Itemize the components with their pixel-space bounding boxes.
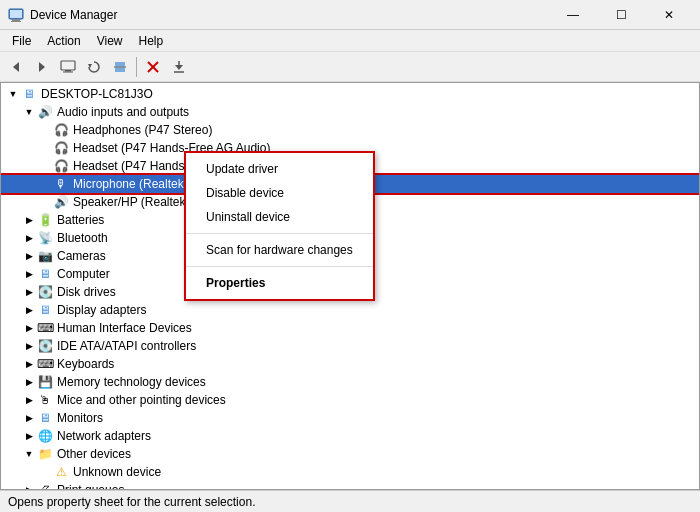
expand-network[interactable]: ▶ — [21, 428, 37, 444]
expand-disk[interactable]: ▶ — [21, 284, 37, 300]
mice-icon: 🖱 — [37, 392, 53, 408]
tree-mice[interactable]: ▶ 🖱 Mice and other pointing devices — [1, 391, 699, 409]
tree-headphones[interactable]: 🎧 Headphones (P47 Stereo) — [1, 121, 699, 139]
tree-memory[interactable]: ▶ 💾 Memory technology devices — [1, 373, 699, 391]
context-menu: Update driver Disable device Uninstall d… — [184, 151, 375, 301]
maximize-button[interactable]: ☐ — [598, 0, 644, 30]
monitors-icon: 🖥 — [37, 410, 53, 426]
other-devices-label: Other devices — [57, 447, 131, 461]
expand-ide[interactable]: ▶ — [21, 338, 37, 354]
menu-bar: File Action View Help — [0, 30, 700, 52]
close-button[interactable]: ✕ — [646, 0, 692, 30]
context-sep-2 — [186, 266, 373, 267]
expand-monitors[interactable]: ▶ — [21, 410, 37, 426]
microphone-icon: 🎙 — [53, 176, 69, 192]
context-disable-device[interactable]: Disable device — [186, 181, 373, 205]
expand-computer[interactable]: ▶ — [21, 266, 37, 282]
toolbar-scan[interactable] — [108, 55, 132, 79]
tree-unknown-device[interactable]: ⚠ Unknown device — [1, 463, 699, 481]
other-devices-icon: 📁 — [37, 446, 53, 462]
memory-label: Memory technology devices — [57, 375, 206, 389]
computer-icon: 🖥 — [21, 86, 37, 102]
context-properties[interactable]: Properties — [186, 271, 373, 295]
svg-rect-1 — [12, 19, 20, 21]
tree-print[interactable]: ▶ 🖨 Print queues — [1, 481, 699, 489]
expand-mice[interactable]: ▶ — [21, 392, 37, 408]
unknown-label: Unknown device — [73, 465, 161, 479]
menu-help[interactable]: Help — [131, 32, 172, 50]
expand-print[interactable]: ▶ — [21, 482, 37, 489]
expand-headset-1 — [37, 140, 53, 156]
expand-root[interactable]: ▼ — [5, 86, 21, 102]
tree-audio-group[interactable]: ▼ 🔊 Audio inputs and outputs — [1, 103, 699, 121]
audio-group-label: Audio inputs and outputs — [57, 105, 189, 119]
title-bar: Device Manager — ☐ ✕ — [0, 0, 700, 30]
speaker-icon: 🔊 — [53, 194, 69, 210]
tree-monitors[interactable]: ▶ 🖥 Monitors — [1, 409, 699, 427]
tree-root[interactable]: ▼ 🖥 DESKTOP-LC81J3O — [1, 85, 699, 103]
keyboards-icon: ⌨ — [37, 356, 53, 372]
unknown-icon: ⚠ — [53, 464, 69, 480]
ide-label: IDE ATA/ATAPI controllers — [57, 339, 196, 353]
print-icon: 🖨 — [37, 482, 53, 489]
svg-rect-2 — [11, 21, 21, 22]
tree-other-devices[interactable]: ▼ 📁 Other devices — [1, 445, 699, 463]
microphone-label: Microphone (Realtek — [73, 177, 184, 191]
headphones-icon: 🎧 — [53, 122, 69, 138]
menu-file[interactable]: File — [4, 32, 39, 50]
expand-memory[interactable]: ▶ — [21, 374, 37, 390]
menu-view[interactable]: View — [89, 32, 131, 50]
expand-hid[interactable]: ▶ — [21, 320, 37, 336]
toolbar-separator — [136, 57, 137, 77]
toolbar-forward[interactable] — [30, 55, 54, 79]
root-label: DESKTOP-LC81J3O — [41, 87, 153, 101]
context-uninstall-device[interactable]: Uninstall device — [186, 205, 373, 229]
mice-label: Mice and other pointing devices — [57, 393, 226, 407]
toolbar-update[interactable] — [82, 55, 106, 79]
expand-other[interactable]: ▼ — [21, 446, 37, 462]
expand-headphones — [37, 122, 53, 138]
tree-network[interactable]: ▶ 🌐 Network adapters — [1, 427, 699, 445]
menu-action[interactable]: Action — [39, 32, 88, 50]
hid-label: Human Interface Devices — [57, 321, 192, 335]
app-icon — [8, 7, 24, 23]
display-label: Display adapters — [57, 303, 146, 317]
context-scan-hardware[interactable]: Scan for hardware changes — [186, 238, 373, 262]
expand-display[interactable]: ▶ — [21, 302, 37, 318]
toolbar-back[interactable] — [4, 55, 28, 79]
svg-marker-4 — [13, 62, 19, 72]
computer-label: Computer — [57, 267, 110, 281]
display-icon: 🖥 — [37, 302, 53, 318]
expand-keyboards[interactable]: ▶ — [21, 356, 37, 372]
memory-icon: 💾 — [37, 374, 53, 390]
expand-speaker — [37, 194, 53, 210]
expand-bluetooth[interactable]: ▶ — [21, 230, 37, 246]
tree-ide[interactable]: ▶ 💽 IDE ATA/ATAPI controllers — [1, 337, 699, 355]
toolbar-remove[interactable] — [141, 55, 165, 79]
ide-icon: 💽 — [37, 338, 53, 354]
expand-batteries[interactable]: ▶ — [21, 212, 37, 228]
context-sep-1 — [186, 233, 373, 234]
network-icon: 🌐 — [37, 428, 53, 444]
status-bar: Opens property sheet for the current sel… — [0, 490, 700, 512]
hid-icon: ⌨ — [37, 320, 53, 336]
tree-hid[interactable]: ▶ ⌨ Human Interface Devices — [1, 319, 699, 337]
toolbar-download[interactable] — [167, 55, 191, 79]
window-title: Device Manager — [30, 8, 550, 22]
batteries-label: Batteries — [57, 213, 104, 227]
svg-marker-5 — [39, 62, 45, 72]
expand-cameras[interactable]: ▶ — [21, 248, 37, 264]
computer-node-icon: 🖥 — [37, 266, 53, 282]
tree-display[interactable]: ▶ 🖥 Display adapters — [1, 301, 699, 319]
tree-keyboards[interactable]: ▶ ⌨ Keyboards — [1, 355, 699, 373]
window-controls: — ☐ ✕ — [550, 0, 692, 30]
toolbar-device[interactable] — [56, 55, 80, 79]
minimize-button[interactable]: — — [550, 0, 596, 30]
disk-icon: 💽 — [37, 284, 53, 300]
audio-group-icon: 🔊 — [37, 104, 53, 120]
expand-microphone — [37, 176, 53, 192]
print-label: Print queues — [57, 483, 124, 489]
context-update-driver[interactable]: Update driver — [186, 157, 373, 181]
monitors-label: Monitors — [57, 411, 103, 425]
expand-audio[interactable]: ▼ — [21, 104, 37, 120]
